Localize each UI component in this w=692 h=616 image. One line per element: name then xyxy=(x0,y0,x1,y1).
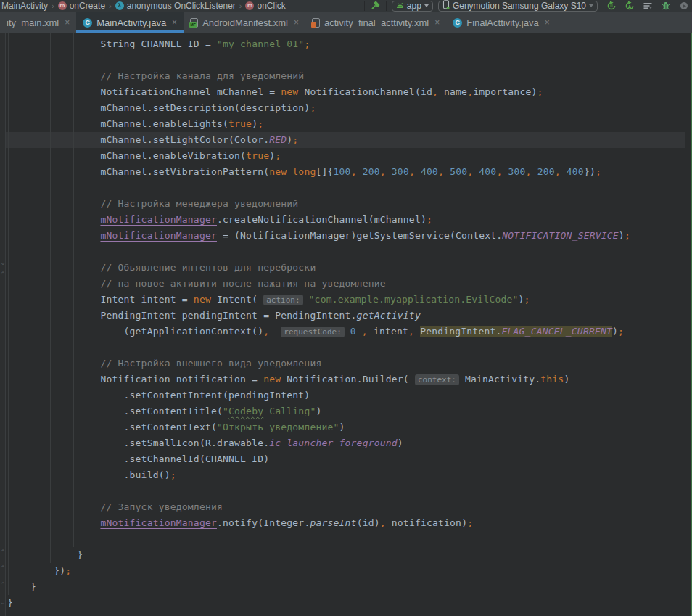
code-segment: mNotificationManager xyxy=(100,214,217,225)
code-area[interactable]: String CHANNEL_ID = "my_channel_01"; // … xyxy=(6,36,685,611)
indent-guide xyxy=(73,33,74,547)
code-line[interactable]: .setContentTitle("Codeby Calling") xyxy=(6,403,685,419)
tab-finalacttivity-java[interactable]: CFinalActtivity.java× xyxy=(446,12,556,33)
code-segment: 400 xyxy=(479,166,496,177)
code-line[interactable]: // Настройка внешнего вида уведомления xyxy=(6,356,685,371)
code-line[interactable]: mNotificationManager = (NotificationMana… xyxy=(6,228,685,244)
code-segment: ; xyxy=(618,326,624,337)
breadcrumb-item[interactable]: monClick xyxy=(245,1,285,11)
debug-bug-icon[interactable] xyxy=(660,1,671,12)
code-segment: , xyxy=(380,166,386,177)
code-line[interactable]: (getApplicationContext(), requestCode: 0… xyxy=(6,324,685,340)
code-segment: mChannel.setDescription(description) xyxy=(7,102,310,113)
code-line[interactable]: mNotificationManager.createNotificationC… xyxy=(6,212,685,228)
code-line[interactable] xyxy=(6,340,685,356)
code-line[interactable] xyxy=(6,52,685,68)
profiler-icon[interactable] xyxy=(678,1,689,12)
code-segment: ) xyxy=(519,294,524,305)
fold-marker-icon[interactable]: ⌄ xyxy=(0,599,6,606)
code-line[interactable]: .setSmallIcon(R.drawable.ic_launcher_for… xyxy=(6,435,685,451)
code-segment: ; xyxy=(310,102,316,113)
close-icon[interactable]: × xyxy=(545,18,550,27)
breadcrumb-label: MainActivity xyxy=(1,1,48,11)
tab-androidmanifest-xml[interactable]: MFAndroidManifest.xml× xyxy=(184,12,305,33)
code-line[interactable]: mChannel.setDescription(description); xyxy=(6,100,685,116)
code-segment: } xyxy=(7,597,13,608)
code-segment: 0 xyxy=(350,326,356,337)
code-segment: Intent intent = xyxy=(7,294,194,305)
fold-marker-icon[interactable]: ⌃ xyxy=(0,565,6,572)
code-line[interactable] xyxy=(6,244,685,260)
code-segment: , xyxy=(555,166,561,177)
code-editor[interactable]: ⌄ ⌃ ⌃ ⌃ ⌃ ⌄ String CHANNEL_ID = "my_chan… xyxy=(0,33,692,616)
breadcrumb-item[interactable]: monCreate xyxy=(58,1,105,11)
code-line[interactable]: } xyxy=(6,579,685,595)
code-segment: .notify(Integer. xyxy=(217,517,310,528)
fold-marker-icon[interactable]: ⌄ xyxy=(0,260,6,266)
close-icon[interactable]: × xyxy=(294,18,299,27)
android-icon xyxy=(396,1,404,11)
code-line[interactable]: .build(); xyxy=(6,467,685,483)
code-segment: NotificationChannel mChannel = xyxy=(7,86,281,97)
list-icon[interactable] xyxy=(642,1,653,12)
code-segment xyxy=(7,517,100,528)
code-line[interactable]: PendingIntent pendingIntent = PendingInt… xyxy=(6,308,685,324)
code-segment: , xyxy=(380,517,386,528)
code-segment: ; xyxy=(304,38,310,49)
code-line[interactable]: .setChannelId(CHANNEL_ID) xyxy=(6,451,685,467)
code-line[interactable]: } xyxy=(6,547,685,563)
code-line[interactable]: // Настройка канала для уведомлений xyxy=(6,68,685,84)
code-segment: notification) xyxy=(386,517,467,528)
code-segment: .createNotificationChannel(mChannel) xyxy=(217,214,427,225)
code-segment: 300 xyxy=(392,166,409,177)
method-icon: m xyxy=(245,1,254,10)
code-segment: mNotificationManager xyxy=(100,230,217,241)
code-line[interactable]: // Запуск уведомления xyxy=(6,499,685,515)
tab-mainactivity-java[interactable]: CMainActivity.java× xyxy=(76,12,184,33)
tab-ity-main-xml[interactable]: ity_main.xml× xyxy=(0,12,76,33)
code-line[interactable]: Intent intent = new Intent( action: "com… xyxy=(6,292,685,308)
code-line[interactable]: mNotificationManager.notify(Integer.pars… xyxy=(6,515,685,531)
code-line[interactable]: .setContentIntent(pendingIntent) xyxy=(6,387,685,403)
code-segment: }) xyxy=(584,166,596,177)
breadcrumb-item[interactable]: MainActivity xyxy=(1,1,48,11)
code-line[interactable]: mChannel.enableVibration(true); xyxy=(6,148,685,164)
code-line[interactable]: mChannel.enableLights(true); xyxy=(6,116,685,132)
code-segment: ; xyxy=(467,517,473,528)
fold-marker-icon[interactable]: ⌃ xyxy=(0,582,6,588)
apply-code-changes-icon[interactable]: A xyxy=(624,1,635,12)
code-line[interactable]: Notification notification = new Notifica… xyxy=(6,371,685,387)
code-line[interactable]: // Обьявление интентов для переброски xyxy=(6,260,685,276)
code-line[interactable]: }); xyxy=(6,563,685,579)
code-line[interactable] xyxy=(6,531,685,547)
build-hammer-icon[interactable] xyxy=(370,1,381,12)
code-line[interactable]: String CHANNEL_ID = "my_channel_01"; xyxy=(6,36,685,52)
device-select[interactable]: Genymotion Samsung Galaxy S10 xyxy=(438,1,598,12)
code-line[interactable]: } xyxy=(6,595,685,611)
tab-activity-final-acttivity-xml[interactable]: activity_final_acttivity.xml× xyxy=(305,12,446,33)
code-line[interactable]: .setContentText("Открыть уведомление") xyxy=(6,419,685,435)
code-line[interactable]: // Настройка менеджера уведомлений xyxy=(6,196,685,212)
code-line[interactable]: mChannel.setVibrationPattern(new long[]{… xyxy=(6,164,685,180)
breadcrumb-separator: › xyxy=(50,1,56,10)
code-line[interactable]: mChannel.setLightColor(Color.RED); xyxy=(6,132,685,148)
code-segment: ) xyxy=(316,406,321,416)
close-icon[interactable]: × xyxy=(434,18,440,27)
code-line[interactable]: NotificationChannel mChannel = new Notif… xyxy=(6,84,685,100)
fold-marker-icon[interactable]: ⌃ xyxy=(0,271,6,278)
code-line[interactable] xyxy=(6,483,685,499)
tab-label: ity_main.xml xyxy=(7,17,59,28)
code-segment: // Обьявление интентов для переброски xyxy=(7,262,316,273)
parameter-hint: context: xyxy=(415,374,459,385)
code-segment: ic_launcher_foreground xyxy=(269,438,398,448)
run-config-select[interactable]: app xyxy=(392,1,433,12)
fold-marker-icon[interactable]: ⌃ xyxy=(0,549,6,556)
code-segment xyxy=(356,326,362,337)
code-line[interactable]: // на новое активити после нажатия на ув… xyxy=(6,276,685,292)
close-icon[interactable]: × xyxy=(172,18,177,27)
close-icon[interactable]: × xyxy=(65,18,70,27)
apply-changes-restart-icon[interactable] xyxy=(606,1,617,12)
code-segment: " xyxy=(223,406,228,416)
breadcrumb-item[interactable]: λanonymous OnClickListener xyxy=(115,1,236,11)
code-line[interactable] xyxy=(6,180,685,196)
